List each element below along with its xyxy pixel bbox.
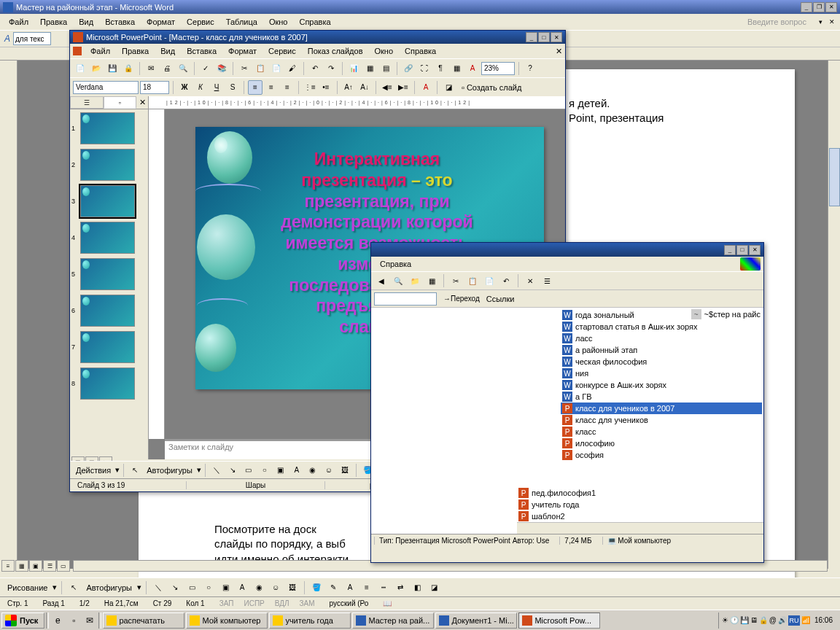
paste-button[interactable]: 📄 <box>482 273 497 288</box>
doc-close-x[interactable]: ✕ <box>827 18 837 27</box>
taskbar-button[interactable]: Мастер на рай... <box>352 612 434 629</box>
align-center-button[interactable]: ≡ <box>264 80 279 95</box>
cut-button[interactable]: ✂ <box>237 61 252 76</box>
open-button[interactable]: 📂 <box>89 61 104 76</box>
underline-button[interactable]: Ч <box>209 80 224 95</box>
select-button[interactable]: ↖ <box>128 463 142 478</box>
spell-button[interactable]: ✓ <box>198 61 213 76</box>
font-color-button[interactable]: A <box>343 580 357 595</box>
ql-desktop-icon[interactable]: ▫ <box>66 613 81 628</box>
taskbar-button[interactable]: учитель года <box>269 612 351 629</box>
increase-font-button[interactable]: A↑ <box>341 80 356 95</box>
bullets-button[interactable]: •≡ <box>319 80 333 95</box>
new-button[interactable]: 📄 <box>73 61 88 76</box>
align-left-button[interactable]: ≡ <box>248 80 262 95</box>
increase-indent-button[interactable]: ▶≡ <box>396 80 411 95</box>
file-item[interactable]: Wа ГВ <box>561 391 762 402</box>
menu-view[interactable]: Вид <box>73 16 99 28</box>
back-button[interactable]: ◀ <box>374 273 389 288</box>
menu-file[interactable]: Файл <box>85 45 116 57</box>
line-button[interactable]: ＼ <box>151 580 166 595</box>
redo-button[interactable]: ↷ <box>324 61 338 76</box>
file-item[interactable]: Pософия <box>561 449 762 461</box>
file-item[interactable]: Wконкурсе в Ашк-их зорях <box>561 379 762 391</box>
file-item[interactable]: Wния <box>561 368 762 379</box>
views-button[interactable]: ▦ <box>424 273 439 288</box>
pp-horizontal-ruler[interactable]: |12|·|·|10|·|·|8|·|·|6|·|·|4|·|·|2|·|·|0… <box>149 96 565 109</box>
thumbnails-list[interactable]: 12345678 <box>70 109 148 459</box>
reading-view-button[interactable]: ▭ <box>57 560 70 572</box>
taskbar-button[interactable]: Мой компьютер <box>186 612 268 629</box>
new-slide-button[interactable]: ▫ Создать слайд <box>457 80 526 95</box>
menu-edit[interactable]: Правка <box>116 45 155 57</box>
maximize-button[interactable]: □ <box>736 245 748 255</box>
picture-button[interactable]: 🖼 <box>338 463 352 478</box>
outline-view-button[interactable]: ☰ <box>43 560 56 572</box>
rectangle-button[interactable]: ▭ <box>184 580 199 595</box>
diagram-button[interactable]: ◉ <box>252 580 266 595</box>
undo-button[interactable]: ↶ <box>499 273 513 288</box>
menu-help[interactable]: Справка <box>399 45 442 57</box>
clipart-button[interactable]: ☺ <box>322 463 336 478</box>
file-item[interactable]: Wа районный этап <box>561 344 762 356</box>
tables-borders-button[interactable]: ▤ <box>378 61 393 76</box>
grid-button[interactable]: ▦ <box>449 61 464 76</box>
autoshapes-menu[interactable]: Автофигуры <box>83 583 135 592</box>
ql-ie-icon[interactable]: e <box>50 613 65 628</box>
line-style-button[interactable]: ≡ <box>359 580 374 595</box>
tray-icon[interactable]: ☀ <box>722 616 728 624</box>
close-button[interactable]: ✕ <box>749 245 761 255</box>
outline-tab[interactable]: ☰ <box>70 96 104 109</box>
actions-menu[interactable]: Действия <box>73 466 114 475</box>
file-item[interactable]: Wческая философия <box>561 356 762 368</box>
file-item[interactable]: Wстартовал статья в Ашк-их зорях <box>561 321 762 332</box>
minimize-button[interactable]: _ <box>526 32 537 42</box>
go-button[interactable]: → Переход <box>440 292 483 306</box>
close-button[interactable]: ✕ <box>551 32 562 42</box>
menu-help[interactable]: Справка <box>293 16 336 28</box>
start-button[interactable]: Пуск <box>1 612 44 629</box>
bold-button[interactable]: Ж <box>177 80 192 95</box>
tray-icon[interactable]: 🖥 <box>750 616 758 624</box>
undo-button[interactable]: ↶ <box>308 61 322 76</box>
select-objects-button[interactable]: ↖ <box>66 580 81 595</box>
menu-edit[interactable]: Правка <box>34 16 73 28</box>
file-item[interactable]: Pкласс <box>561 426 762 438</box>
tray-icon[interactable]: 💾 <box>740 616 749 624</box>
file-item[interactable]: Pучитель года <box>517 499 762 510</box>
file-item[interactable]: Pшаблон2 <box>517 510 762 522</box>
expand-button[interactable]: ⛶ <box>417 61 432 76</box>
file-item[interactable]: Pпед.философия1 <box>517 487 762 499</box>
preview-button[interactable]: 🔍 <box>176 61 190 76</box>
tray-icon[interactable]: 🔒 <box>759 616 768 624</box>
textbox-button[interactable]: ▣ <box>273 463 288 478</box>
slide-thumbnail[interactable]: 6 <box>71 295 147 327</box>
normal-view-button[interactable]: ≡ <box>1 560 15 572</box>
menu-insert[interactable]: Вставка <box>99 16 141 28</box>
line-button[interactable]: ＼ <box>209 463 224 478</box>
align-right-button[interactable]: ≡ <box>280 80 295 95</box>
menu-window[interactable]: Окно <box>369 45 400 57</box>
font-color-button[interactable]: A <box>419 80 433 95</box>
menu-tools[interactable]: Сервис <box>262 45 302 57</box>
tray-icon[interactable]: 🕐 <box>730 616 739 624</box>
file-item[interactable]: P класс для учеников в 2007 <box>561 402 762 414</box>
font-dropdown[interactable]: Verdana <box>73 81 139 94</box>
arrow-button[interactable]: ↘ <box>225 463 240 478</box>
minimize-button[interactable]: _ <box>724 245 736 255</box>
menu-help[interactable]: Справка <box>374 258 417 270</box>
pp-vertical-ruler[interactable] <box>149 109 165 439</box>
numbering-button[interactable]: ⋮≡ <box>303 80 317 95</box>
slide-thumbnail[interactable]: 4 <box>71 222 147 254</box>
taskbar-button[interactable]: распечатать <box>103 612 184 629</box>
arrow-button[interactable]: ↘ <box>168 580 182 595</box>
dash-style-button[interactable]: ┅ <box>376 580 391 595</box>
clipart-button[interactable]: ☺ <box>268 580 283 595</box>
menu-table[interactable]: Таблица <box>220 16 263 28</box>
tray-icon[interactable]: 📶 <box>801 616 810 624</box>
copy-button[interactable]: 📋 <box>253 61 268 76</box>
delete-button[interactable]: ✕ <box>523 273 537 288</box>
links-label[interactable]: Ссылки <box>486 295 515 303</box>
menu-format[interactable]: Формат <box>222 45 262 57</box>
drawing-menu[interactable]: Рисование <box>4 583 50 592</box>
